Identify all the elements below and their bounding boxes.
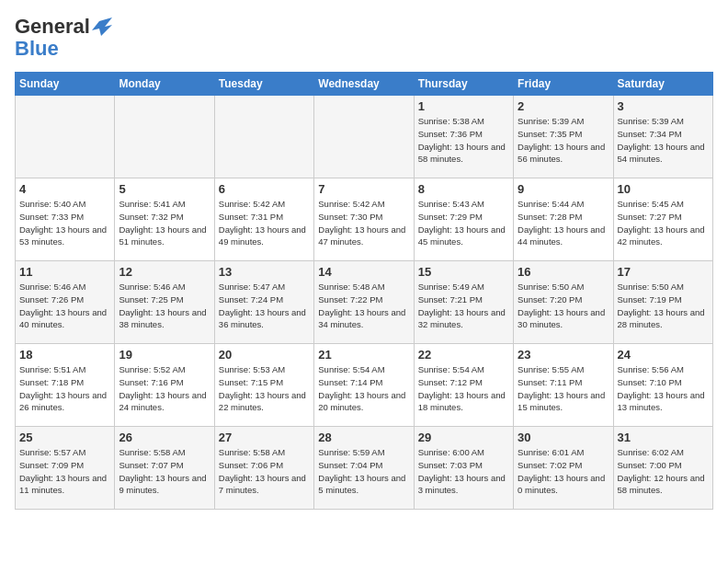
- sun-info: Sunrise: 5:59 AMSunset: 7:04 PMDaylight:…: [318, 446, 409, 497]
- sun-info: Sunrise: 5:46 AMSunset: 7:26 PMDaylight:…: [19, 281, 110, 331]
- calendar-cell: 26 Sunrise: 5:58 AMSunset: 7:07 PMDaylig…: [115, 427, 214, 510]
- sun-info: Sunrise: 6:02 AMSunset: 7:00 PMDaylight:…: [618, 446, 709, 497]
- day-number: 28: [318, 431, 409, 444]
- calendar-cell: 28 Sunrise: 5:59 AMSunset: 7:04 PMDaylig…: [314, 427, 414, 510]
- sun-info: Sunrise: 6:01 AMSunset: 7:02 PMDaylight:…: [518, 446, 609, 497]
- weekday-header-monday: Monday: [115, 73, 214, 96]
- day-number: 26: [119, 431, 210, 444]
- calendar-cell: 17 Sunrise: 5:50 AMSunset: 7:19 PMDaylig…: [613, 261, 712, 344]
- day-number: 6: [219, 182, 310, 196]
- day-number: 2: [518, 99, 609, 113]
- day-number: 1: [418, 99, 509, 113]
- sun-info: Sunrise: 5:52 AMSunset: 7:16 PMDaylight:…: [119, 363, 210, 414]
- sun-info: Sunrise: 5:44 AMSunset: 7:28 PMDaylight:…: [518, 198, 609, 248]
- calendar-cell: 27 Sunrise: 5:58 AMSunset: 7:06 PMDaylig…: [214, 427, 313, 510]
- sun-info: Sunrise: 5:51 AMSunset: 7:18 PMDaylight:…: [19, 363, 110, 414]
- day-number: 25: [19, 431, 110, 444]
- day-number: 9: [518, 182, 609, 196]
- day-number: 17: [618, 265, 709, 279]
- calendar-cell: 6 Sunrise: 5:42 AMSunset: 7:31 PMDayligh…: [214, 178, 313, 261]
- header: General Blue: [15, 15, 713, 61]
- sun-info: Sunrise: 5:41 AMSunset: 7:32 PMDaylight:…: [119, 198, 210, 248]
- calendar-cell: 9 Sunrise: 5:44 AMSunset: 7:28 PMDayligh…: [514, 178, 613, 261]
- calendar-cell: 2 Sunrise: 5:39 AMSunset: 7:35 PMDayligh…: [514, 96, 613, 178]
- day-number: 13: [219, 265, 310, 279]
- day-number: 24: [618, 348, 709, 362]
- day-number: 5: [119, 182, 210, 196]
- calendar-row: 11 Sunrise: 5:46 AMSunset: 7:26 PMDaylig…: [16, 261, 713, 344]
- day-number: 23: [518, 348, 609, 362]
- weekday-header-wednesday: Wednesday: [314, 73, 414, 96]
- day-number: 29: [418, 431, 509, 444]
- calendar-cell: [115, 96, 214, 178]
- sun-info: Sunrise: 5:50 AMSunset: 7:19 PMDaylight:…: [618, 281, 709, 331]
- calendar-cell: 3 Sunrise: 5:39 AMSunset: 7:34 PMDayligh…: [613, 96, 712, 178]
- calendar-cell: 8 Sunrise: 5:43 AMSunset: 7:29 PMDayligh…: [414, 178, 513, 261]
- calendar-cell: 18 Sunrise: 5:51 AMSunset: 7:18 PMDaylig…: [16, 344, 115, 427]
- sun-info: Sunrise: 5:40 AMSunset: 7:33 PMDaylight:…: [19, 198, 110, 248]
- calendar-cell: 11 Sunrise: 5:46 AMSunset: 7:26 PMDaylig…: [16, 261, 115, 344]
- sun-info: Sunrise: 5:42 AMSunset: 7:31 PMDaylight:…: [219, 198, 310, 248]
- calendar-cell: 16 Sunrise: 5:50 AMSunset: 7:20 PMDaylig…: [514, 261, 613, 344]
- calendar-cell: 7 Sunrise: 5:42 AMSunset: 7:30 PMDayligh…: [314, 178, 414, 261]
- weekday-header-thursday: Thursday: [414, 73, 513, 96]
- sun-info: Sunrise: 5:42 AMSunset: 7:30 PMDaylight:…: [318, 198, 409, 248]
- calendar-row: 1 Sunrise: 5:38 AMSunset: 7:36 PMDayligh…: [16, 96, 713, 178]
- day-number: 22: [418, 348, 509, 362]
- calendar-cell: 12 Sunrise: 5:46 AMSunset: 7:25 PMDaylig…: [115, 261, 214, 344]
- sun-info: Sunrise: 5:57 AMSunset: 7:09 PMDaylight:…: [19, 446, 110, 497]
- calendar-cell: [16, 96, 115, 178]
- sun-info: Sunrise: 5:49 AMSunset: 7:21 PMDaylight:…: [418, 281, 509, 331]
- calendar-cell: [314, 96, 414, 178]
- day-number: 11: [19, 265, 110, 279]
- day-number: 18: [19, 348, 110, 362]
- calendar-cell: 14 Sunrise: 5:48 AMSunset: 7:22 PMDaylig…: [314, 261, 414, 344]
- calendar-cell: 25 Sunrise: 5:57 AMSunset: 7:09 PMDaylig…: [16, 427, 115, 510]
- day-number: 31: [618, 431, 709, 444]
- calendar-cell: 29 Sunrise: 6:00 AMSunset: 7:03 PMDaylig…: [414, 427, 513, 510]
- sun-info: Sunrise: 5:58 AMSunset: 7:06 PMDaylight:…: [219, 446, 310, 497]
- sun-info: Sunrise: 5:39 AMSunset: 7:34 PMDaylight:…: [618, 115, 709, 166]
- sun-info: Sunrise: 5:56 AMSunset: 7:10 PMDaylight:…: [618, 363, 709, 414]
- weekday-header-tuesday: Tuesday: [214, 73, 313, 96]
- calendar-cell: [214, 96, 313, 178]
- calendar-cell: 23 Sunrise: 5:55 AMSunset: 7:11 PMDaylig…: [514, 344, 613, 427]
- calendar-cell: 13 Sunrise: 5:47 AMSunset: 7:24 PMDaylig…: [214, 261, 313, 344]
- sun-info: Sunrise: 5:47 AMSunset: 7:24 PMDaylight:…: [219, 281, 310, 331]
- weekday-header-saturday: Saturday: [613, 73, 712, 96]
- sun-info: Sunrise: 5:58 AMSunset: 7:07 PMDaylight:…: [119, 446, 210, 497]
- calendar-cell: 30 Sunrise: 6:01 AMSunset: 7:02 PMDaylig…: [514, 427, 613, 510]
- calendar-cell: 22 Sunrise: 5:54 AMSunset: 7:12 PMDaylig…: [414, 344, 513, 427]
- sun-info: Sunrise: 5:43 AMSunset: 7:29 PMDaylight:…: [418, 198, 509, 248]
- calendar-cell: 15 Sunrise: 5:49 AMSunset: 7:21 PMDaylig…: [414, 261, 513, 344]
- calendar-cell: 10 Sunrise: 5:45 AMSunset: 7:27 PMDaylig…: [613, 178, 712, 261]
- logo: General Blue: [15, 15, 112, 61]
- sun-info: Sunrise: 5:48 AMSunset: 7:22 PMDaylight:…: [318, 281, 409, 331]
- sun-info: Sunrise: 5:54 AMSunset: 7:14 PMDaylight:…: [318, 363, 409, 414]
- calendar-row: 18 Sunrise: 5:51 AMSunset: 7:18 PMDaylig…: [16, 344, 713, 427]
- sun-info: Sunrise: 5:46 AMSunset: 7:25 PMDaylight:…: [119, 281, 210, 331]
- day-number: 12: [119, 265, 210, 279]
- day-number: 10: [618, 182, 709, 196]
- calendar-cell: 24 Sunrise: 5:56 AMSunset: 7:10 PMDaylig…: [613, 344, 712, 427]
- calendar-cell: 1 Sunrise: 5:38 AMSunset: 7:36 PMDayligh…: [414, 96, 513, 178]
- calendar-cell: 4 Sunrise: 5:40 AMSunset: 7:33 PMDayligh…: [16, 178, 115, 261]
- day-number: 15: [418, 265, 509, 279]
- sun-info: Sunrise: 5:45 AMSunset: 7:27 PMDaylight:…: [618, 198, 709, 248]
- calendar-table: SundayMondayTuesdayWednesdayThursdayFrid…: [15, 72, 713, 510]
- weekday-header-sunday: Sunday: [16, 73, 115, 96]
- weekday-header-row: SundayMondayTuesdayWednesdayThursdayFrid…: [16, 73, 713, 96]
- sun-info: Sunrise: 5:53 AMSunset: 7:15 PMDaylight:…: [219, 363, 310, 414]
- weekday-header-friday: Friday: [514, 73, 613, 96]
- sun-info: Sunrise: 5:39 AMSunset: 7:35 PMDaylight:…: [518, 115, 609, 166]
- day-number: 7: [318, 182, 409, 196]
- sun-info: Sunrise: 6:00 AMSunset: 7:03 PMDaylight:…: [418, 446, 509, 497]
- day-number: 27: [219, 431, 310, 444]
- sun-info: Sunrise: 5:55 AMSunset: 7:11 PMDaylight:…: [518, 363, 609, 414]
- logo-blue-text: Blue: [15, 37, 59, 61]
- day-number: 3: [618, 99, 709, 113]
- day-number: 8: [418, 182, 509, 196]
- calendar-row: 4 Sunrise: 5:40 AMSunset: 7:33 PMDayligh…: [16, 178, 713, 261]
- calendar-cell: 21 Sunrise: 5:54 AMSunset: 7:14 PMDaylig…: [314, 344, 414, 427]
- sun-info: Sunrise: 5:50 AMSunset: 7:20 PMDaylight:…: [518, 281, 609, 331]
